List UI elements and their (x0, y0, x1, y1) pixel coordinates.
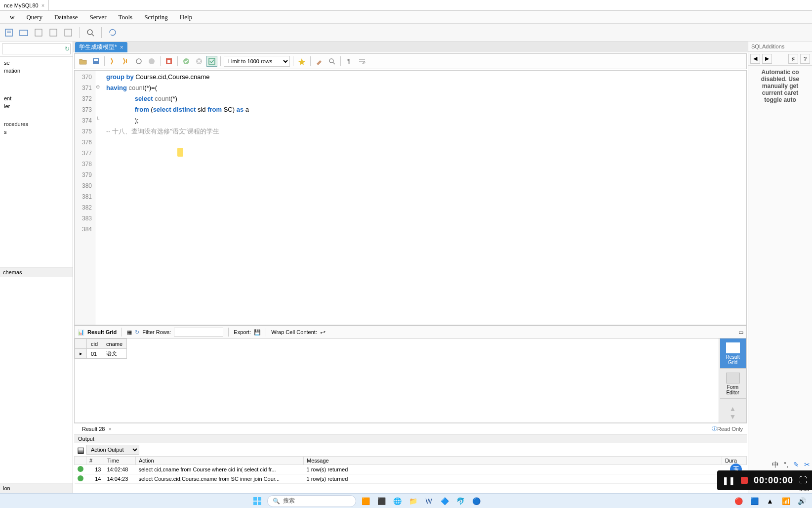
find-icon[interactable] (326, 56, 337, 67)
invisible-chars-icon[interactable]: ¶ (344, 56, 355, 67)
svg-line-12 (141, 63, 142, 65)
search-icon[interactable] (84, 27, 96, 39)
menu-view[interactable]: w (4, 13, 20, 21)
tree-node[interactable]: rocedures (2, 120, 71, 128)
stop-icon[interactable] (146, 56, 157, 67)
tray-icon[interactable]: 🔴 (732, 495, 745, 508)
ime-edit-icon[interactable]: ✎ (793, 461, 799, 469)
menu-database[interactable]: Database (48, 13, 84, 21)
rollback-icon[interactable] (194, 56, 204, 67)
ime-scissors-icon[interactable]: ✂ (804, 461, 810, 469)
taskbar-app-7[interactable]: 🐬 (454, 495, 467, 508)
new-sql-icon[interactable] (3, 27, 15, 39)
close-icon[interactable]: × (109, 426, 112, 432)
output-row[interactable]: 14 14:04:23 select Course.cid,Course.cna… (75, 474, 747, 484)
pause-icon[interactable]: ❚❚ (722, 476, 735, 485)
column-header[interactable]: cname (102, 339, 127, 349)
tree-node[interactable]: s (2, 128, 71, 136)
svg-rect-23 (258, 497, 261, 501)
screen-recorder-bar[interactable]: ❚❚ 00:00:00 ⛶ (717, 470, 812, 490)
menu-server[interactable]: Server (84, 13, 113, 21)
output-type-select[interactable]: Action Output (86, 445, 139, 455)
limit-rows-select[interactable]: Limit to 1000 rows (224, 56, 290, 67)
expand-icon[interactable]: ⛶ (799, 476, 807, 485)
tool-icon-4[interactable] (47, 27, 59, 39)
cell[interactable]: 01 (87, 349, 102, 359)
tray-icon[interactable]: ▲ (764, 495, 776, 508)
nav-up-icon[interactable]: ▲ (730, 405, 736, 413)
export-icon[interactable]: 💾 (254, 329, 261, 336)
filter-rows-input[interactable] (174, 328, 223, 337)
output-list-icon[interactable]: ▤ (77, 445, 84, 455)
tree-node[interactable]: ent (2, 94, 71, 102)
grid-view-icon[interactable]: ▦ (127, 329, 132, 336)
tray-volume-icon[interactable]: 🔊 (795, 495, 808, 508)
autocommit-icon[interactable] (206, 56, 217, 67)
refresh-icon[interactable]: ↻ (65, 45, 70, 52)
close-icon[interactable]: × (120, 44, 123, 51)
execute-current-icon[interactable] (121, 56, 131, 67)
taskbar-app-2[interactable]: ⬛ (375, 495, 388, 508)
code-area[interactable]: group by Course.cid,Course.cnamehaving c… (102, 71, 746, 325)
wrap-icon[interactable] (357, 56, 367, 67)
open-sql-icon[interactable] (18, 27, 30, 39)
table-row[interactable]: ▸ 01 语文 (75, 349, 127, 359)
jump-icon[interactable]: ⎘ (788, 54, 798, 64)
dont-limit-icon[interactable] (163, 56, 174, 67)
beautify-icon[interactable] (296, 56, 307, 67)
ime-punct-icon[interactable]: °, (784, 461, 789, 469)
menu-scripting[interactable]: Scripting (138, 13, 174, 21)
editor-tab-active[interactable]: 学生成绩模型* × (75, 42, 127, 52)
svg-rect-18 (209, 58, 215, 64)
tree-node[interactable]: se (2, 59, 71, 67)
pin-icon[interactable]: ▭ (738, 329, 743, 336)
tray-wifi-icon[interactable]: 📶 (779, 495, 792, 508)
execute-icon[interactable] (108, 56, 119, 67)
commit-icon[interactable] (181, 56, 192, 67)
taskbar-search[interactable]: 🔍 搜索 (267, 495, 356, 507)
brush-icon[interactable] (314, 56, 325, 67)
output-row[interactable]: 13 14:02:48 select cid,cname from Course… (75, 465, 747, 474)
result-grid-tab[interactable]: Result Grid (720, 339, 746, 369)
refresh-icon[interactable]: ↻ (135, 329, 139, 336)
tool-icon-5[interactable] (62, 27, 74, 39)
result-tab[interactable]: Result 28 × (78, 425, 116, 433)
tree-node[interactable]: mation (2, 67, 71, 75)
info-tab[interactable]: ion (0, 483, 73, 493)
tool-icon-3[interactable] (33, 27, 44, 39)
explain-icon[interactable] (133, 56, 144, 67)
taskbar-word-icon[interactable]: W (422, 495, 435, 508)
tree-node[interactable]: ier (2, 102, 71, 110)
open-file-icon[interactable] (78, 56, 88, 67)
reconnect-icon[interactable] (107, 27, 119, 39)
next-icon[interactable]: ▶ (762, 54, 772, 64)
taskbar-app-6[interactable]: 🔷 (438, 495, 451, 508)
schema-tree[interactable]: se mation ent ier rocedures s (0, 57, 73, 267)
wrap-cell-icon[interactable]: ⮐ (320, 329, 325, 335)
form-editor-tab[interactable]: Form Editor (720, 369, 746, 399)
ime-lang-icon[interactable]: 中 (772, 461, 779, 469)
save-icon[interactable] (90, 56, 101, 67)
schema-filter-input[interactable] (2, 43, 71, 54)
result-grid[interactable]: cid cname ▸ 01 语文 (75, 339, 719, 423)
taskbar-chrome-icon[interactable]: 🌐 (391, 495, 404, 508)
menu-tools[interactable]: Tools (112, 13, 138, 21)
prev-icon[interactable]: ◀ (750, 54, 760, 64)
stop-icon[interactable] (741, 477, 748, 484)
column-header[interactable]: cid (87, 339, 102, 349)
menu-query[interactable]: Query (20, 13, 48, 21)
help-icon[interactable]: ? (800, 54, 810, 64)
code-editor[interactable]: 3703713723733743753763773783793803813823… (74, 70, 747, 325)
menu-help[interactable]: Help (174, 13, 198, 21)
schemas-tab[interactable]: chemas (0, 267, 73, 277)
taskbar-app-8[interactable]: 🔵 (470, 495, 483, 508)
start-icon[interactable] (250, 496, 264, 507)
connection-tab[interactable]: nce MySQL80 × (0, 0, 49, 10)
cell[interactable]: 语文 (102, 349, 127, 359)
tray-icon[interactable]: 🟦 (748, 495, 761, 508)
taskbar-explorer-icon[interactable]: 📁 (406, 495, 419, 508)
taskbar-app-1[interactable]: 🟧 (359, 495, 372, 508)
ime-toolbar[interactable]: 中 °, ✎ ✂ (770, 460, 812, 470)
nav-down-icon[interactable]: ▼ (730, 413, 736, 423)
close-icon[interactable]: × (41, 2, 44, 8)
